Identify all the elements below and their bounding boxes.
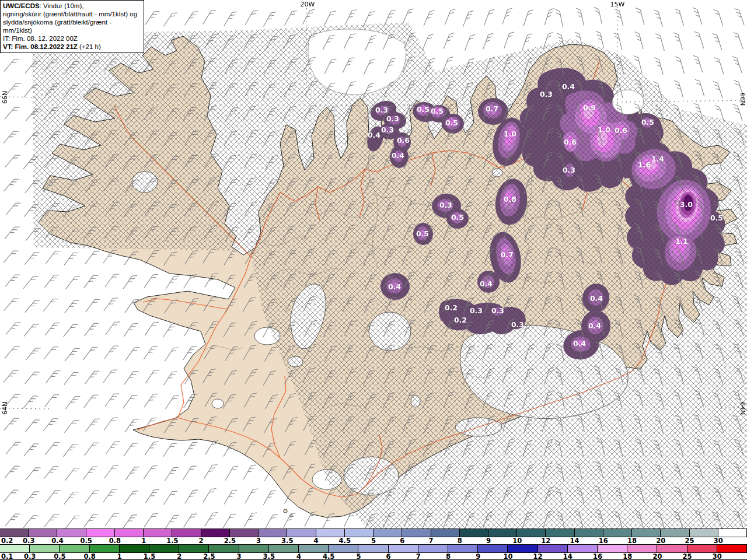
colorbar-segment <box>389 545 418 552</box>
precip-value-label: 0.4 <box>590 294 603 303</box>
colorbar-tick-label: 3 <box>256 537 261 545</box>
colorbar-tick-label: 16 <box>599 537 608 545</box>
colorbar-tick-label: 20 <box>652 552 662 560</box>
iceland-weather-map: 0.30.30.30.40.60.40.50.50.50.71.00.30.40… <box>0 0 747 528</box>
colorbar-tick-label: 5 <box>371 537 376 545</box>
colorbar-segment <box>230 529 259 537</box>
precip-value-label: 0.9 <box>583 103 596 112</box>
precip-value-label: 0.6 <box>615 126 627 135</box>
colorbar-segment <box>60 545 89 552</box>
colorbar-segment <box>29 529 57 537</box>
precip-value-label: 0.4 <box>368 131 381 139</box>
colorbar-segment <box>287 529 316 537</box>
model-name: UWC/ECDS <box>3 2 40 9</box>
colorbar-segment <box>172 529 201 537</box>
colorbar-tick-label: 16 <box>593 552 602 560</box>
colorbar-tick-label: 4.5 <box>339 537 351 545</box>
colorbar-segment <box>57 529 86 537</box>
colorbar-tick-label: 1 <box>141 537 146 545</box>
precip-value-label: 0.3 <box>540 90 553 99</box>
colorbar-tick-label: 2.5 <box>203 552 215 560</box>
colorbar-tick-label: 4 <box>296 552 301 560</box>
colorbar-tick-label: 3.5 <box>263 552 275 560</box>
colorbar-tick-label: 12 <box>541 537 550 545</box>
graticule-label: 64N <box>739 402 746 415</box>
map-canvas <box>0 0 747 528</box>
island-vestmannaeyjar <box>284 509 287 513</box>
precip-value-label: 1.1 <box>675 237 688 246</box>
colorbar-tick-label: 2 <box>199 537 204 545</box>
colorbar-tick-label: 14 <box>570 537 580 545</box>
colorbar-tick-label: 8 <box>458 537 462 545</box>
colorbar-segment <box>209 545 239 552</box>
colorbar-segment <box>316 529 345 537</box>
weather-forecast-chart: 0.30.30.30.40.60.40.50.50.50.71.00.30.40… <box>0 0 747 560</box>
colorbar-segment <box>546 529 574 537</box>
colorbar-segment <box>259 529 287 537</box>
colorbar-segment <box>402 529 431 537</box>
precip-value-label: 0.2 <box>454 316 467 324</box>
colorbar-rain-labels: 0.10.30.50.811.522.533.544.5567891012141… <box>0 553 747 560</box>
graticule-label: 66N <box>1 91 9 104</box>
colorbar-segment <box>488 529 517 537</box>
graticule-label: 66N <box>739 93 746 106</box>
colorbar-sleet-snow-labels: 0.20.30.40.50.811.522.533.544.5567891012… <box>0 537 747 544</box>
colorbar-segment <box>508 545 537 552</box>
colorbar-segment <box>431 529 460 537</box>
precip-value-label: 1.0 <box>504 130 516 138</box>
precip-value-label: 1.0 <box>598 125 610 134</box>
colorbar-tick-label: 18 <box>623 552 632 560</box>
colorbar-segment <box>179 545 209 552</box>
precip-value-label: 0.8 <box>504 195 516 204</box>
colorbar-segment <box>661 529 689 537</box>
colorbar-tick-label: 8 <box>446 552 451 560</box>
legend-box: UWC/ECDS: Vindur (10m), rigning/skúrir (… <box>0 0 144 53</box>
precip-value-label: 0.4 <box>392 151 404 160</box>
colorbar-segment <box>299 545 329 552</box>
colorbar-segment <box>568 545 598 552</box>
precip-value-label: 0.4 <box>480 279 493 288</box>
colorbar-segment <box>329 545 358 552</box>
precip-value-label: 0.3 <box>563 166 575 174</box>
colorbar-tick-label: 0.3 <box>23 537 34 545</box>
precip-value-label: 3.0 <box>680 200 693 209</box>
colorbar-sleet-snow <box>0 528 747 537</box>
colorbar-segment <box>657 545 687 552</box>
colorbar-tick-label: 7 <box>416 552 421 560</box>
lake-thingvallavatn <box>212 399 224 408</box>
colorbar-segment <box>239 545 269 552</box>
colorbar-tick-label: 7 <box>428 537 433 545</box>
colorbar-tick-label: 20 <box>656 537 665 545</box>
precip-value-label: 0.3 <box>439 201 452 209</box>
colorbar-segment <box>90 545 120 552</box>
colorbar-segment <box>144 529 172 537</box>
precip-value-label: 0.6 <box>564 138 577 146</box>
colorbar-tick-label: 2.5 <box>224 537 236 545</box>
precip-value-label: 1.6 <box>638 160 651 169</box>
colorbar-segment <box>0 529 29 537</box>
colorbar-segment <box>358 545 388 552</box>
precip-value-label: 0.4 <box>573 339 586 348</box>
graticule-label: 20W <box>301 1 315 8</box>
colorbar-tick-label: 10 <box>503 552 512 560</box>
colorbar-tick-label: 14 <box>563 552 573 560</box>
precip-value-label: 0.6 <box>397 136 410 145</box>
colorbar-segment <box>120 545 149 552</box>
colorbar-tick-label: 1.5 <box>144 552 155 560</box>
colorbar-segment <box>269 545 299 552</box>
colorbar-tick-label: 4 <box>314 537 319 545</box>
colorbar-segment <box>374 529 402 537</box>
colorbar-tick-label: 6 <box>400 537 404 545</box>
colorbar-tick-label: 1.5 <box>166 537 178 545</box>
colorbar-segment <box>0 545 30 552</box>
colorbar-tick-label: 12 <box>533 552 543 560</box>
precip-value-label: 0.7 <box>486 104 498 113</box>
colorbar-tick-label: 25 <box>685 537 694 545</box>
colorbar-tick-label: 4.5 <box>323 552 334 560</box>
legend-line-3: slydda/snjókoma (grátt/bleikt/grænt - mm… <box>3 18 141 34</box>
colorbar-segment <box>149 545 179 552</box>
colorbar-segment <box>448 545 478 552</box>
colorbar-segment <box>418 545 448 552</box>
precip-value-label: 0.5 <box>416 229 429 238</box>
precip-value-label: 0.3 <box>381 125 394 134</box>
